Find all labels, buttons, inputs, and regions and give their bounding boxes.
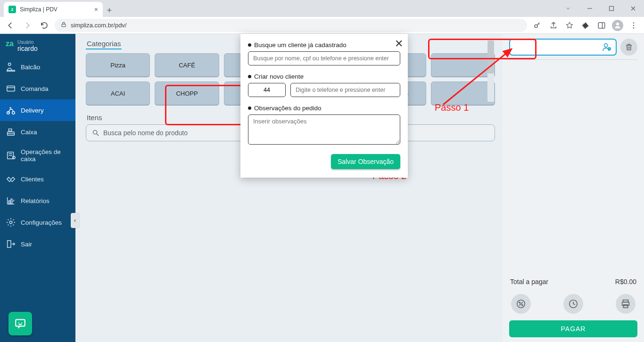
sidebar-item-relatorios[interactable]: Relatórios — [0, 190, 75, 212]
category-button[interactable]: CAFÉ — [155, 53, 219, 77]
order-panel: Total a pagar R$0.00 PAGAR — [503, 34, 644, 342]
sidebar-item-label: Delivery — [21, 107, 44, 114]
favicon-icon: z — [8, 6, 16, 13]
svg-rect-14 — [7, 86, 15, 91]
brand-logo: za — [6, 40, 14, 48]
browser-address-bar: simpliza.com.br/pdv/ — [0, 17, 644, 34]
category-button[interactable]: ACAI — [86, 81, 150, 105]
chevron-down-icon[interactable] — [557, 0, 579, 17]
trash-icon — [625, 43, 633, 51]
new-tab-button[interactable]: + — [103, 4, 116, 17]
minimize-icon[interactable] — [579, 0, 601, 17]
obs-textarea[interactable] — [248, 114, 400, 145]
user-label: Usuário — [17, 40, 38, 45]
lock-icon — [60, 21, 67, 29]
history-button[interactable] — [563, 294, 583, 314]
gear-icon — [6, 217, 16, 228]
operations-icon — [6, 150, 16, 161]
url-text: simpliza.com.br/pdv/ — [71, 22, 126, 29]
svg-point-8 — [616, 23, 619, 25]
extension-icon[interactable] — [579, 19, 592, 32]
svg-rect-28 — [8, 241, 11, 248]
forward-button[interactable] — [21, 19, 34, 32]
star-icon[interactable] — [563, 19, 576, 32]
maximize-icon[interactable] — [601, 0, 622, 17]
logout-icon — [6, 239, 16, 249]
svg-point-30 — [18, 322, 19, 323]
total-value: R$0.00 — [615, 278, 636, 285]
chat-fab[interactable] — [8, 312, 32, 335]
sidebar-item-label: Operações de caixa — [21, 148, 70, 163]
sidebar-item-label: Clientes — [21, 176, 44, 183]
svg-point-34 — [604, 44, 608, 47]
title-underline — [86, 49, 122, 49]
svg-rect-25 — [8, 201, 10, 204]
sidebar-item-caixa[interactable]: Caixa — [0, 121, 75, 143]
svg-point-27 — [9, 221, 12, 224]
share-icon[interactable] — [547, 19, 560, 32]
browser-tab[interactable]: z Simpliza | PDV × — [4, 2, 103, 17]
key-icon[interactable] — [531, 19, 544, 32]
svg-rect-1 — [610, 7, 614, 11]
svg-rect-13 — [7, 70, 15, 71]
url-box[interactable]: simpliza.com.br/pdv/ — [55, 19, 527, 32]
search-customer-label: Busque um cliente já cadastrado — [248, 41, 400, 49]
phone-input[interactable] — [290, 83, 400, 97]
pay-button[interactable]: PAGAR — [509, 320, 637, 337]
sidebar-item-configuracoes[interactable]: Configurações — [0, 212, 75, 233]
sidebar-item-balcao[interactable]: Balcão — [0, 56, 75, 78]
cash-register-icon — [6, 127, 16, 137]
sidebar-item-label: Relatórios — [21, 197, 50, 204]
clock-icon — [568, 299, 578, 309]
handshake-icon — [6, 174, 16, 184]
svg-rect-19 — [8, 129, 11, 131]
svg-point-24 — [13, 156, 15, 159]
create-customer-label: Criar novo cliente — [248, 73, 400, 80]
svg-rect-47 — [623, 305, 627, 308]
svg-line-41 — [519, 302, 522, 305]
discount-button[interactable] — [511, 294, 531, 314]
svg-line-33 — [97, 134, 99, 136]
sidebar-item-comanda[interactable]: Comanda — [0, 78, 75, 99]
profile-avatar[interactable] — [611, 19, 624, 32]
sidebar-item-label: Comanda — [21, 85, 49, 92]
category-button[interactable] — [431, 53, 495, 77]
category-button[interactable]: CHOPP — [155, 81, 219, 105]
reload-button[interactable] — [38, 19, 51, 32]
customer-search-button[interactable] — [509, 39, 617, 56]
sidebar-item-sair[interactable]: Sair — [0, 233, 75, 255]
print-button[interactable] — [616, 294, 636, 314]
tab-title: Simpliza | PDV — [20, 6, 58, 13]
ddd-input[interactable] — [248, 83, 286, 97]
close-window-icon[interactable] — [622, 0, 644, 17]
sidebar-item-clientes[interactable]: Clientes — [0, 168, 75, 190]
clear-order-button[interactable] — [620, 39, 637, 56]
obs-label: Observações do pedido — [248, 105, 400, 112]
kebab-menu-icon[interactable] — [627, 19, 640, 32]
sidebar-item-label: Caixa — [21, 129, 37, 136]
sidebar-item-label: Configurações — [21, 219, 62, 226]
chat-icon — [14, 318, 26, 330]
customer-modal: ✕ Busque um cliente já cadastrado Criar … — [240, 34, 408, 178]
printer-icon — [620, 299, 631, 309]
person-add-icon — [602, 42, 612, 52]
category-button[interactable]: Pizza — [86, 53, 150, 77]
total-label: Total a pagar — [510, 278, 548, 285]
category-button[interactable] — [431, 81, 495, 105]
close-tab-icon[interactable]: × — [94, 6, 98, 13]
back-button[interactable] — [4, 19, 17, 32]
categories-scrollbar[interactable] — [487, 41, 494, 102]
chart-icon — [6, 195, 16, 206]
sidebar-item-delivery[interactable]: Delivery — [0, 99, 75, 121]
counter-icon — [6, 62, 16, 72]
close-modal-button[interactable]: ✕ — [395, 38, 403, 50]
window-controls — [557, 0, 644, 17]
divider — [509, 59, 637, 60]
sidebar-item-operacoes[interactable]: Operações de caixa — [0, 143, 75, 168]
percent-icon — [516, 299, 526, 309]
svg-point-43 — [522, 305, 523, 306]
side-panel-icon[interactable] — [595, 19, 608, 32]
save-observation-button[interactable]: Salvar Observação — [331, 154, 400, 169]
svg-point-17 — [12, 112, 15, 114]
search-customer-input[interactable] — [248, 51, 400, 65]
